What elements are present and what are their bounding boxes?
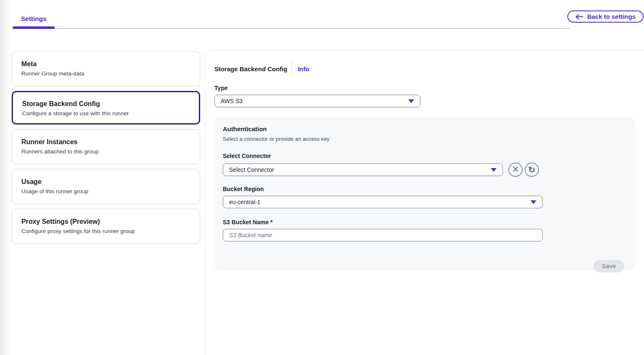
tab-divider <box>13 28 570 29</box>
left-scroll-fade <box>0 0 11 355</box>
bucket-region-select[interactable]: eu-central-1 <box>223 196 543 208</box>
refresh-icon: ↻ <box>528 166 536 174</box>
sidebar-item-title: Proxy Settings (Preview) <box>21 218 191 225</box>
clear-connector-button[interactable] <box>508 163 523 177</box>
settings-section-list: Meta Runner Group meta-data Storage Back… <box>12 51 200 244</box>
reload-connectors-button[interactable]: ↻ <box>525 163 539 177</box>
tab-bar: Settings <box>13 0 570 29</box>
back-to-settings-button[interactable]: Back to settings <box>567 10 644 23</box>
authentication-card: Authentication Select a connector or pro… <box>214 117 636 271</box>
sidebar-item-meta[interactable]: Meta Runner Group meta-data <box>12 51 200 86</box>
type-select-value: AWS S3 <box>221 98 242 104</box>
storage-backend-config-panel: Storage Backend Config Info Type AWS S3 … <box>205 50 644 355</box>
s3-bucket-name-input[interactable] <box>223 229 543 241</box>
panel-title: Storage Backend Config <box>214 65 287 73</box>
chevron-down-icon <box>408 99 414 103</box>
chevron-down-icon <box>491 168 497 172</box>
tab-active-underline <box>13 26 55 29</box>
save-button[interactable]: Save <box>593 260 624 272</box>
connector-row: Select Connector ↻ <box>223 159 624 177</box>
sidebar-item-runner-instances[interactable]: Runner Instances Runners attached to thi… <box>12 129 200 164</box>
arrow-left-icon <box>575 14 583 20</box>
tab-settings[interactable]: Settings <box>13 15 55 23</box>
select-connector-label: Select Connector <box>223 153 624 159</box>
sidebar-item-subtitle: Usage of this runner group <box>21 188 191 194</box>
info-link[interactable]: Info <box>296 65 312 73</box>
authentication-subtitle: Select a connector or provide an access … <box>223 136 624 142</box>
type-label: Type <box>214 85 644 91</box>
sidebar-item-title: Meta <box>21 60 191 68</box>
sidebar-item-storage-backend-config[interactable]: Storage Backend Config Configure a stora… <box>12 91 200 124</box>
sidebar-item-title: Storage Backend Config <box>22 100 190 108</box>
save-row: Save <box>223 260 624 272</box>
sidebar-item-subtitle: Runners attached to this group <box>21 148 191 155</box>
sidebar-item-title: Usage <box>21 178 191 186</box>
authentication-title: Authentication <box>223 125 624 132</box>
sidebar-item-subtitle: Runner Group meta-data <box>21 70 191 77</box>
panel-header: Storage Backend Config Info <box>214 62 644 76</box>
bucket-region-select-value: eu-central-1 <box>229 199 260 205</box>
s3-bucket-name-label: S3 Bucket Name * <box>223 219 624 225</box>
sidebar-item-subtitle: Configure a storage to use with this run… <box>22 110 190 117</box>
sidebar-item-usage[interactable]: Usage Usage of this runner group <box>12 169 200 204</box>
type-select[interactable]: AWS S3 <box>214 95 420 107</box>
connector-select-value: Select Connector <box>229 166 274 173</box>
sidebar-item-title: Runner Instances <box>21 138 191 146</box>
chevron-down-icon <box>531 200 536 204</box>
back-to-settings-label: Back to settings <box>587 13 636 20</box>
close-icon <box>513 166 519 174</box>
sidebar-item-subtitle: Configure proxy settings for this runner… <box>21 228 191 234</box>
bucket-region-label: Bucket Region <box>223 186 624 192</box>
connector-select[interactable]: Select Connector <box>223 163 503 176</box>
header-vertical-divider <box>291 62 292 76</box>
sidebar-item-proxy-settings[interactable]: Proxy Settings (Preview) Configure proxy… <box>12 209 200 244</box>
